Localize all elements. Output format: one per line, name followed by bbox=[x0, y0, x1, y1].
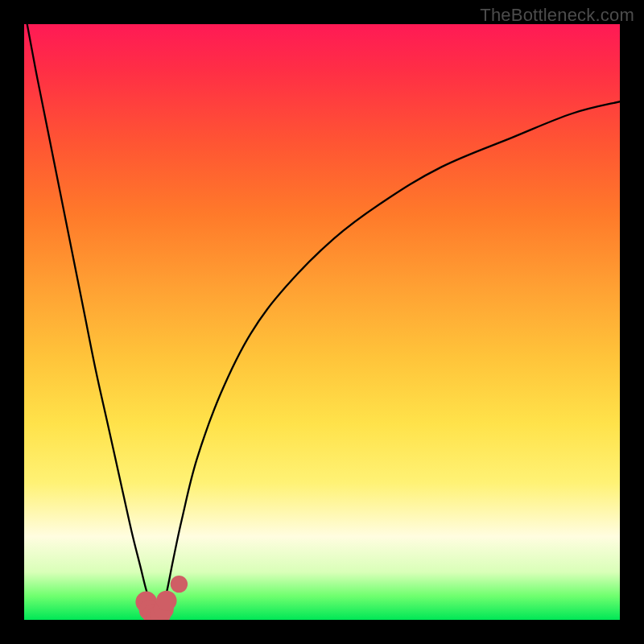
chart-svg bbox=[24, 24, 620, 620]
watermark-text: TheBottleneck.com bbox=[480, 5, 634, 26]
outer-frame: TheBottleneck.com bbox=[0, 0, 644, 644]
marker-dot bbox=[171, 576, 188, 592]
curve-left-branch bbox=[27, 24, 157, 620]
plot-area bbox=[24, 24, 620, 620]
marker-dot bbox=[156, 591, 176, 611]
curve-right-branch bbox=[159, 101, 621, 620]
